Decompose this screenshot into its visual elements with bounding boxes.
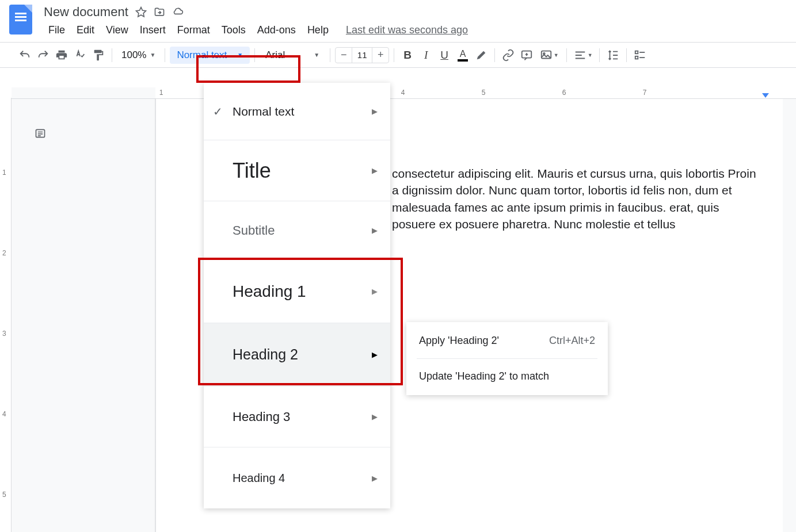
svg-rect-4 bbox=[635, 56, 638, 59]
menu-file[interactable]: File bbox=[44, 22, 70, 39]
insert-image-button[interactable]: ▼ bbox=[536, 47, 562, 64]
document-title[interactable]: New document bbox=[44, 5, 128, 20]
menu-help[interactable]: Help bbox=[303, 22, 333, 39]
menu-insert[interactable]: Insert bbox=[135, 22, 170, 39]
add-comment-button[interactable] bbox=[518, 47, 535, 64]
star-icon[interactable] bbox=[135, 6, 147, 18]
cloud-status-icon[interactable] bbox=[172, 6, 184, 18]
menu-addons[interactable]: Add-ons bbox=[253, 22, 300, 39]
print-button[interactable] bbox=[53, 47, 70, 64]
menu-edit[interactable]: Edit bbox=[72, 22, 99, 39]
menu-format[interactable]: Format bbox=[173, 22, 215, 39]
spellcheck-button[interactable] bbox=[71, 47, 89, 64]
insert-link-button[interactable] bbox=[500, 47, 517, 64]
toolbar: 100%▼ Normal text ▼ Arial▼ − 11 + B I U … bbox=[0, 43, 796, 68]
last-edit-link[interactable]: Last edit was seconds ago bbox=[346, 24, 468, 36]
highlight-color-button[interactable] bbox=[473, 47, 490, 64]
chevron-down-icon: ▼ bbox=[237, 52, 243, 58]
text-color-button[interactable]: A bbox=[454, 47, 471, 64]
font-size-decrease-button[interactable]: − bbox=[336, 49, 352, 61]
checklist-button[interactable] bbox=[631, 47, 649, 64]
paragraph-style-label: Normal text bbox=[177, 49, 227, 61]
app-header: New document File Edit View Insert Forma… bbox=[0, 0, 796, 43]
align-button[interactable]: ▼ bbox=[572, 47, 595, 64]
docs-logo-icon[interactable] bbox=[9, 5, 32, 35]
paragraph-style-selector[interactable]: Normal text ▼ bbox=[170, 47, 250, 64]
font-size-group: − 11 + bbox=[335, 47, 389, 63]
menu-tools[interactable]: Tools bbox=[217, 22, 250, 39]
menu-view[interactable]: View bbox=[101, 22, 133, 39]
italic-button[interactable]: I bbox=[417, 47, 435, 64]
font-size-input[interactable]: 11 bbox=[352, 48, 372, 63]
svg-rect-3 bbox=[635, 51, 638, 53]
underline-button[interactable]: U bbox=[436, 47, 453, 64]
font-size-increase-button[interactable]: + bbox=[372, 49, 389, 61]
line-spacing-button[interactable] bbox=[604, 47, 622, 64]
paint-format-button[interactable] bbox=[90, 47, 107, 64]
menu-bar: File Edit View Insert Format Tools Add-o… bbox=[44, 22, 787, 42]
move-folder-icon[interactable] bbox=[154, 6, 165, 18]
bold-button[interactable]: B bbox=[399, 47, 416, 64]
font-family-selector[interactable]: Arial▼ bbox=[260, 47, 325, 64]
redo-button[interactable] bbox=[35, 47, 52, 64]
zoom-selector[interactable]: 100%▼ bbox=[117, 47, 160, 64]
undo-button[interactable] bbox=[16, 47, 33, 64]
